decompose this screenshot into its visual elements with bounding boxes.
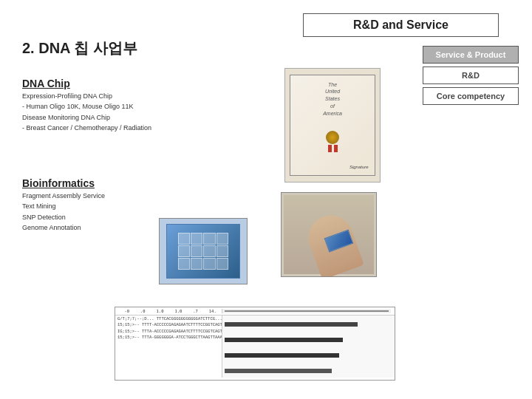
chip-image	[159, 218, 248, 284]
seq-row-4: 15;15;>-- TTTA-GGGGGGGA-ATCCTGGGCTTAAGTT…	[117, 335, 219, 341]
bio-line-4: Genome Annotation	[22, 222, 105, 233]
cert-signature: Signature	[296, 165, 368, 169]
dna-chip-line-3: Disease Monitoring DNA Chip	[22, 112, 151, 123]
tick-4: .7	[193, 309, 198, 313]
dna-chip-title: DNA Chip	[22, 78, 70, 89]
tick-1: .0	[140, 309, 146, 313]
cert-ribbon-icon	[324, 131, 341, 151]
finger-chip-image	[281, 192, 377, 277]
dna-chip-line-1: Expression-Profiling DNA Chip	[22, 91, 151, 101]
seq-row-1: G/T;7;7;--;D... TTTCACGGGGGGGGGGGATCTTCG…	[117, 316, 219, 322]
cert-text: TheUnitedStatesofAmerica	[323, 81, 342, 117]
certificate-image: TheUnitedStatesofAmerica Signature	[284, 68, 381, 183]
main-heading: 2. DNA 칩 사업부	[22, 38, 137, 58]
sidebar-buttons: Service & Product R&D Core competency	[423, 46, 519, 105]
seq-row-3: IG;15;>-- TTTA-ACCCCCGAGAGAATCTTTTCCGGTC…	[117, 329, 219, 335]
seq-row-2: 15;15;>-- TTTT-ACCCCCGAGAGAATCTTTTCCGGTC…	[117, 322, 219, 328]
btn-rd[interactable]: R&D	[423, 66, 519, 84]
bioinformatics-title: Bioinformatics	[22, 177, 95, 189]
tick-0: -0	[124, 309, 129, 313]
bio-line-1: Fragment Assembly Service	[22, 191, 105, 201]
bioinformatics-body: Fragment Assembly Service Text Mining SN…	[22, 191, 105, 233]
bio-line-3: SNP Detection	[22, 212, 105, 222]
bio-line-2: Text Mining	[22, 201, 105, 211]
btn-service-product[interactable]: Service & Product	[423, 46, 519, 64]
tick-3: 1.0	[174, 309, 182, 313]
dna-chip-line-4: - Breast Cancer / Chemotherapy / Radiati…	[22, 123, 151, 133]
tick-5: 14.	[209, 309, 216, 313]
btn-core-competency[interactable]: Core competency	[423, 87, 519, 105]
tick-2: 1.0	[157, 309, 164, 313]
sequence-image: -0 .0 1.0 1.0 .7 14. G/T;7;7;--;D... TTT…	[115, 307, 395, 381]
dna-chip-line-2: - Human Oligo 10K, Mouse Oligo 11K	[22, 101, 151, 112]
chip-grid	[178, 233, 229, 270]
page-container: R&D and Service Service & Product R&D Co…	[0, 0, 532, 399]
page-title: R&D and Service	[303, 13, 499, 37]
dna-chip-body: Expression-Profiling DNA Chip - Human Ol…	[22, 91, 151, 134]
